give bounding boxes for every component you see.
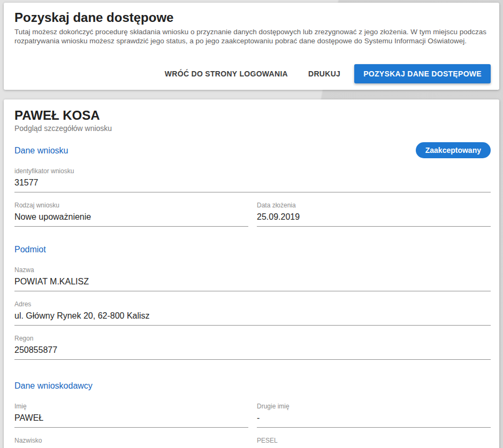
get-access-data-button[interactable]: POZYSKAJ DANE DOSTĘPOWE xyxy=(354,64,491,83)
status-badge: Zaakceptowany xyxy=(416,142,491,158)
header-card: Pozyskaj dane dostępowe Tutaj możesz dok… xyxy=(4,3,499,90)
field-label: PESEL xyxy=(257,437,491,444)
field-label: Regon xyxy=(14,335,491,342)
field-label: Nazwa xyxy=(14,266,491,274)
field-middle-name: Drugie imię - xyxy=(257,403,491,428)
applicant-section-title: Dane wnioskodawcy xyxy=(14,381,93,391)
field-value: PAWEŁ xyxy=(14,413,248,423)
field-label: Rodzaj wniosku xyxy=(14,202,248,209)
application-section-title: Dane wniosku xyxy=(14,145,68,156)
print-button[interactable]: DRUKUJ xyxy=(302,64,347,83)
page-description: Tutaj możesz dokończyć procedurę składan… xyxy=(14,27,487,45)
field-pesel: PESEL 89021041825 xyxy=(257,437,491,448)
field-application-id: identyfikator wniosku 31577 xyxy=(14,167,491,192)
field-first-name: Imię PAWEŁ xyxy=(14,403,248,428)
applicant-name-heading: PAWEŁ KOSA xyxy=(14,108,491,122)
entity-section-title: Podmiot xyxy=(14,244,46,254)
application-details-card: PAWEŁ KOSA Podgląd szczegółów wniosku Da… xyxy=(4,99,499,448)
field-value: ul. Główny Rynek 20, 62-800 Kalisz xyxy=(14,311,491,321)
field-entity-regon: Regon 250855877 xyxy=(14,335,491,360)
field-value: POWIAT M.KALISZ xyxy=(14,276,491,287)
field-label: Data złożenia xyxy=(257,202,491,209)
field-value: - xyxy=(257,413,491,423)
entity-fields: Nazwa POWIAT M.KALISZ Adres ul. Główny R… xyxy=(14,257,491,360)
field-submission-date: Data złożenia 25.09.2019 xyxy=(257,202,491,227)
page-title: Pozyskaj dane dostępowe xyxy=(14,11,491,25)
field-label: Imię xyxy=(14,403,248,410)
field-value: Nowe upoważnienie xyxy=(14,212,248,222)
field-value: 250855877 xyxy=(14,345,491,355)
applicant-fields: Imię PAWEŁ Drugie imię - Nazwisko KOSA P… xyxy=(14,393,491,448)
field-entity-address: Adres ul. Główny Rynek 20, 62-800 Kalisz xyxy=(14,300,491,326)
field-label: identyfikator wniosku xyxy=(14,167,491,175)
field-label: Adres xyxy=(14,300,491,308)
field-value: 25.09.2019 xyxy=(257,212,491,222)
field-entity-name: Nazwa POWIAT M.KALISZ xyxy=(14,266,491,291)
header-actions: WRÓĆ DO STRONY LOGOWANIA DRUKUJ POZYSKAJ… xyxy=(158,64,491,83)
field-application-type: Rodzaj wniosku Nowe upoważnienie xyxy=(14,202,248,227)
field-label: Drugie imię xyxy=(257,403,491,410)
entity-section-header: Podmiot xyxy=(14,241,491,257)
field-label: Nazwisko xyxy=(14,437,248,444)
field-last-name: Nazwisko KOSA xyxy=(14,437,248,448)
applicant-section-header: Dane wnioskodawcy xyxy=(14,377,491,393)
field-value: 31577 xyxy=(14,177,491,188)
card-subtitle: Podgląd szczegółów wniosku xyxy=(14,124,491,133)
application-fields: identyfikator wniosku 31577 Rodzaj wnios… xyxy=(14,158,491,227)
back-to-login-button[interactable]: WRÓĆ DO STRONY LOGOWANIA xyxy=(158,64,294,83)
page-background: { "colors": { "accent_blue": "#1e78d2", … xyxy=(0,0,503,448)
application-section-header: Dane wniosku Zaakceptowany xyxy=(14,142,491,158)
